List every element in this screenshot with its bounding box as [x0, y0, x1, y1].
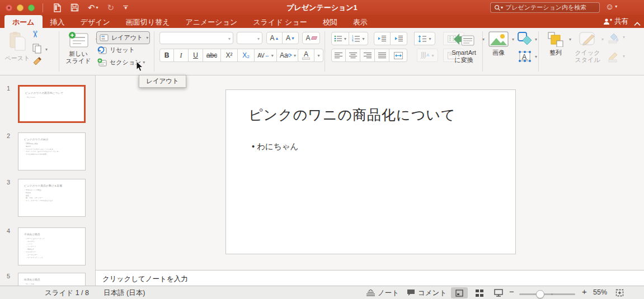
font-color-caret-icon[interactable]: ▾: [314, 49, 323, 62]
textbox-button[interactable]: A: [518, 50, 532, 65]
quick-styles-label: クイック スタイル: [574, 49, 601, 64]
bold-button[interactable]: B: [159, 49, 174, 62]
undo-icon[interactable]: ↶▾: [84, 2, 102, 13]
slideshow-view-button[interactable]: [490, 287, 507, 298]
paste-label: ペースト: [4, 55, 30, 62]
thumbnail-bullets: ・1999年春に誕生 ・男の子 ・ワニかどうかわからないこともある ・さびしがり…: [24, 143, 85, 156]
slide-thumbnail[interactable]: ピンクのワニの商品化について・わにちゃん: [18, 85, 86, 123]
picture-caret-icon[interactable]: ▾: [512, 37, 514, 42]
slide-bullet-text[interactable]: わにちゃん: [252, 141, 298, 152]
distribute-text-button[interactable]: [389, 49, 407, 62]
font-color-button[interactable]: A: [298, 49, 314, 62]
ribbon-tab[interactable]: 画面切り替え: [118, 15, 178, 28]
quick-styles-icon: [579, 31, 596, 47]
clear-formatting-button[interactable]: A: [302, 32, 320, 44]
bullets-button[interactable]: ▾: [331, 32, 349, 45]
arrange-caret-icon[interactable]: ▾: [569, 37, 571, 42]
zoom-slider-tick: [551, 293, 553, 295]
ribbon-tab[interactable]: 表示: [345, 15, 375, 28]
shapes-button[interactable]: [517, 31, 533, 48]
save-icon[interactable]: [67, 3, 82, 12]
quick-access-toolbar: ↶▾ ↻ ▼: [50, 2, 131, 13]
thumbnail-title: 子供向け商品: [24, 233, 85, 236]
zoom-slider-thumb[interactable]: [536, 290, 544, 298]
notes-toggle[interactable]: ノート: [366, 288, 399, 298]
line-spacing-caret-icon: ▾: [429, 36, 431, 41]
comments-toggle[interactable]: コメント: [407, 288, 446, 298]
underline-button[interactable]: U: [189, 49, 203, 62]
slide-sorter-view-button[interactable]: [471, 287, 488, 298]
strikethrough-button[interactable]: abc: [203, 49, 221, 62]
numbering-button[interactable]: 123 ▾: [349, 32, 368, 45]
slide-title-text[interactable]: ピンクのワニの商品化について: [248, 106, 455, 124]
arrange-button[interactable]: 整列: [545, 31, 566, 56]
ribbon-tab[interactable]: 挿入: [43, 15, 73, 28]
italic-button[interactable]: I: [174, 49, 189, 62]
slide-thumbnail[interactable]: 幼児向け商品・ぬいぐるみ: [18, 273, 86, 286]
share-button[interactable]: 共有: [603, 17, 628, 26]
ribbon-tab[interactable]: ホーム: [4, 15, 43, 28]
arrange-label: 整列: [545, 49, 566, 56]
zoom-in-button[interactable]: +: [582, 287, 587, 296]
search-scope-caret-icon[interactable]: ▾: [501, 5, 503, 10]
feedback-smiley-icon[interactable]: ☺▾: [605, 2, 617, 11]
close-window-button[interactable]: [6, 4, 12, 11]
justify-button[interactable]: [375, 49, 389, 62]
font-name-select[interactable]: ▾: [159, 32, 233, 44]
language-indicator[interactable]: 日本語 (日本): [104, 288, 145, 298]
decrease-indent-button[interactable]: [374, 32, 391, 45]
grow-font-button[interactable]: A▲: [266, 32, 283, 44]
smartart-convert-button[interactable]: ▾ SmartArt に変換: [448, 31, 480, 64]
undo-caret-icon[interactable]: ▾: [96, 2, 98, 13]
minimize-window-button[interactable]: [17, 4, 23, 11]
thumbnail-bullets: ・わにちゃん: [25, 96, 84, 99]
ribbon-tab[interactable]: アニメーション: [177, 15, 245, 28]
search-input[interactable]: ▾ プレゼンテーション内を検索: [490, 2, 600, 13]
normal-view-button[interactable]: [451, 287, 468, 298]
slide-editor[interactable]: ピンクのワニの商品化について わにちゃん: [225, 89, 516, 254]
collapse-ribbon-icon[interactable]: [634, 18, 641, 29]
zoom-window-button[interactable]: [28, 4, 35, 11]
shrink-font-button[interactable]: A▼: [283, 32, 299, 44]
shapes-icon: [517, 31, 533, 46]
align-center-button[interactable]: [346, 49, 360, 62]
ribbon-tab[interactable]: デザイン: [73, 15, 118, 28]
notes-pane[interactable]: クリックしてノートを入力: [96, 270, 644, 286]
fill-bucket-icon: [607, 31, 619, 44]
copy-icon[interactable]: [32, 44, 41, 56]
shapes-caret-icon[interactable]: ▾: [535, 37, 537, 42]
zoom-slider[interactable]: [519, 293, 575, 295]
align-right-button[interactable]: [360, 49, 375, 62]
ribbon-tab[interactable]: スライド ショー: [245, 15, 314, 28]
customize-toolbar-icon[interactable]: ▼: [120, 6, 131, 10]
copy-caret-icon[interactable]: ▾: [45, 47, 48, 52]
slide-thumbnail[interactable]: ピンクのワニの紹介・1999年春に誕生 ・男の子 ・ワニかどうかわからないことも…: [18, 132, 86, 170]
new-slide-label: 新しい スライド: [63, 50, 94, 65]
notes-placeholder[interactable]: クリックしてノートを入力: [102, 274, 188, 284]
line-spacing-button[interactable]: ▾: [414, 32, 435, 45]
layout-button[interactable]: レイアウト ▾: [96, 31, 150, 44]
format-painter-icon[interactable]: [32, 57, 43, 69]
change-case-button[interactable]: Aa⟳▾: [277, 49, 299, 62]
thumbnail-number: 3: [7, 179, 10, 186]
textbox-caret-icon[interactable]: ▾: [535, 54, 537, 59]
font-size-select[interactable]: ▾: [237, 32, 262, 44]
fit-to-window-button[interactable]: [611, 287, 628, 298]
align-left-button[interactable]: [331, 49, 346, 62]
share-person-icon: [603, 18, 612, 25]
zoom-level[interactable]: 55%: [593, 288, 607, 296]
cut-icon[interactable]: ✂: [30, 31, 40, 38]
shape-outline-button: [607, 50, 619, 65]
picture-button[interactable]: 画像: [488, 31, 509, 56]
slide-thumbnail[interactable]: 子供向け商品・ステーショナリーグッズ －えんぴつ －ノート －ペンケース －定規…: [18, 227, 86, 265]
ribbon-tab[interactable]: 校閲: [315, 15, 345, 28]
increase-indent-button[interactable]: [391, 32, 407, 45]
reset-button[interactable]: リセット: [97, 46, 135, 54]
new-slide-button[interactable]: 新しい スライド: [63, 31, 94, 65]
superscript-button[interactable]: X²: [221, 49, 238, 62]
zoom-out-button[interactable]: −: [509, 287, 514, 296]
character-spacing-button[interactable]: AV↔▾: [255, 49, 277, 62]
subscript-button[interactable]: X₂: [238, 49, 255, 62]
new-file-icon[interactable]: [50, 3, 65, 12]
slide-thumbnail[interactable]: ピンクのワニ商品が受ける客層・子供向け（〜小学生） ・乳幼児 ・女性 ・服、小物…: [18, 179, 86, 217]
